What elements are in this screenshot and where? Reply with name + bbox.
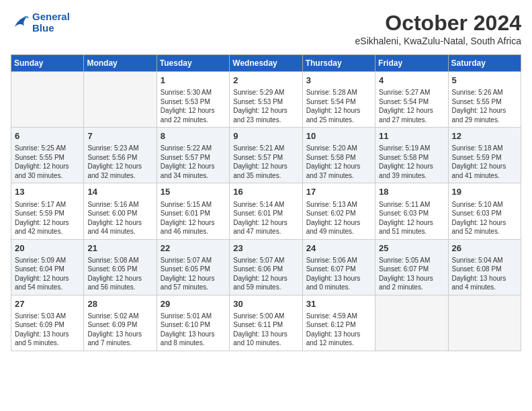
calendar-day: 22Sunrise: 5:07 AMSunset: 6:05 PMDayligh… bbox=[157, 239, 229, 295]
calendar-day: 2Sunrise: 5:29 AMSunset: 5:53 PMDaylight… bbox=[230, 72, 302, 128]
day-info: Sunrise: 5:29 AMSunset: 5:53 PMDaylight:… bbox=[233, 88, 298, 124]
day-info: Sunrise: 5:07 AMSunset: 6:05 PMDaylight:… bbox=[161, 256, 226, 292]
calendar-day: 16Sunrise: 5:14 AMSunset: 6:01 PMDayligh… bbox=[230, 183, 302, 239]
day-info: Sunrise: 5:14 AMSunset: 6:01 PMDaylight:… bbox=[233, 200, 298, 236]
day-info: Sunrise: 5:19 AMSunset: 5:58 PMDaylight:… bbox=[379, 144, 444, 180]
calendar-day: 4Sunrise: 5:27 AMSunset: 5:54 PMDaylight… bbox=[375, 72, 448, 128]
calendar-day bbox=[84, 72, 157, 128]
page-title: October 2024 bbox=[355, 11, 521, 36]
day-info: Sunrise: 5:06 AMSunset: 6:07 PMDaylight:… bbox=[306, 256, 371, 292]
day-number: 11 bbox=[379, 130, 444, 142]
day-number: 26 bbox=[452, 242, 517, 255]
calendar-day: 3Sunrise: 5:28 AMSunset: 5:54 PMDaylight… bbox=[302, 72, 375, 128]
day-number: 10 bbox=[306, 130, 371, 142]
day-info: Sunrise: 5:05 AMSunset: 6:07 PMDaylight:… bbox=[379, 256, 444, 292]
weekday-header-saturday: Saturday bbox=[448, 55, 521, 72]
weekday-header-wednesday: Wednesday bbox=[230, 55, 302, 72]
day-number: 12 bbox=[452, 130, 517, 142]
day-info: Sunrise: 5:09 AMSunset: 6:04 PMDaylight:… bbox=[15, 256, 80, 292]
day-info: Sunrise: 5:04 AMSunset: 6:08 PMDaylight:… bbox=[452, 256, 517, 292]
calendar-day: 9Sunrise: 5:21 AMSunset: 5:57 PMDaylight… bbox=[230, 128, 302, 183]
calendar-week-3: 13Sunrise: 5:17 AMSunset: 5:59 PMDayligh… bbox=[11, 183, 521, 239]
day-info: Sunrise: 5:28 AMSunset: 5:54 PMDaylight:… bbox=[306, 88, 371, 124]
day-number: 3 bbox=[306, 75, 371, 87]
calendar-day: 29Sunrise: 5:01 AMSunset: 6:10 PMDayligh… bbox=[157, 295, 229, 351]
day-number: 7 bbox=[87, 130, 152, 142]
day-info: Sunrise: 5:15 AMSunset: 6:01 PMDaylight:… bbox=[161, 200, 226, 236]
day-info: Sunrise: 5:10 AMSunset: 6:03 PMDaylight:… bbox=[452, 200, 517, 236]
logo-icon bbox=[11, 13, 30, 32]
calendar-day bbox=[375, 295, 448, 351]
day-number: 22 bbox=[161, 242, 226, 255]
calendar-day: 5Sunrise: 5:26 AMSunset: 5:55 PMDaylight… bbox=[448, 72, 521, 128]
page-header: General Blue October 2024 eSikhaleni, Kw… bbox=[11, 11, 521, 46]
day-number: 21 bbox=[87, 242, 152, 255]
calendar-day: 7Sunrise: 5:23 AMSunset: 5:56 PMDaylight… bbox=[84, 128, 157, 183]
day-number: 17 bbox=[306, 186, 371, 198]
calendar-day: 13Sunrise: 5:17 AMSunset: 5:59 PMDayligh… bbox=[11, 183, 84, 239]
calendar-week-2: 6Sunrise: 5:25 AMSunset: 5:55 PMDaylight… bbox=[11, 128, 521, 183]
weekday-header-friday: Friday bbox=[375, 55, 448, 72]
day-number: 24 bbox=[306, 242, 371, 255]
day-info: Sunrise: 5:07 AMSunset: 6:06 PMDaylight:… bbox=[233, 256, 298, 292]
day-info: Sunrise: 5:13 AMSunset: 6:02 PMDaylight:… bbox=[306, 200, 371, 236]
day-number: 14 bbox=[87, 186, 152, 198]
calendar-week-5: 27Sunrise: 5:03 AMSunset: 6:09 PMDayligh… bbox=[11, 295, 521, 351]
day-number: 23 bbox=[233, 242, 298, 255]
calendar-day: 11Sunrise: 5:19 AMSunset: 5:58 PMDayligh… bbox=[375, 128, 448, 183]
day-info: Sunrise: 5:26 AMSunset: 5:55 PMDaylight:… bbox=[452, 88, 517, 124]
day-number: 1 bbox=[161, 75, 226, 87]
calendar-day: 23Sunrise: 5:07 AMSunset: 6:06 PMDayligh… bbox=[230, 239, 302, 295]
day-number: 29 bbox=[161, 298, 226, 310]
page-subtitle: eSikhaleni, KwaZulu-Natal, South Africa bbox=[355, 36, 521, 46]
day-info: Sunrise: 5:17 AMSunset: 5:59 PMDaylight:… bbox=[15, 200, 80, 236]
day-info: Sunrise: 4:59 AMSunset: 6:12 PMDaylight:… bbox=[306, 312, 371, 348]
logo: General Blue bbox=[11, 11, 70, 34]
day-number: 30 bbox=[233, 298, 298, 310]
calendar-day: 8Sunrise: 5:22 AMSunset: 5:57 PMDaylight… bbox=[157, 128, 229, 183]
calendar-week-1: 1Sunrise: 5:30 AMSunset: 5:53 PMDaylight… bbox=[11, 72, 521, 128]
calendar-day: 20Sunrise: 5:09 AMSunset: 6:04 PMDayligh… bbox=[11, 239, 84, 295]
day-number: 16 bbox=[233, 186, 298, 198]
calendar-day: 18Sunrise: 5:11 AMSunset: 6:03 PMDayligh… bbox=[375, 183, 448, 239]
day-info: Sunrise: 5:25 AMSunset: 5:55 PMDaylight:… bbox=[15, 144, 80, 180]
day-number: 5 bbox=[452, 75, 517, 87]
calendar-day: 30Sunrise: 5:00 AMSunset: 6:11 PMDayligh… bbox=[230, 295, 302, 351]
calendar-day: 1Sunrise: 5:30 AMSunset: 5:53 PMDaylight… bbox=[157, 72, 229, 128]
calendar-day: 27Sunrise: 5:03 AMSunset: 6:09 PMDayligh… bbox=[11, 295, 84, 351]
calendar-day: 10Sunrise: 5:20 AMSunset: 5:58 PMDayligh… bbox=[302, 128, 375, 183]
calendar-table: SundayMondayTuesdayWednesdayThursdayFrid… bbox=[11, 54, 521, 351]
day-number: 8 bbox=[161, 130, 226, 142]
day-info: Sunrise: 5:27 AMSunset: 5:54 PMDaylight:… bbox=[379, 88, 444, 124]
calendar-day bbox=[448, 295, 521, 351]
day-number: 9 bbox=[233, 130, 298, 142]
day-info: Sunrise: 5:22 AMSunset: 5:57 PMDaylight:… bbox=[161, 144, 226, 180]
weekday-header-monday: Monday bbox=[84, 55, 157, 72]
calendar-day: 26Sunrise: 5:04 AMSunset: 6:08 PMDayligh… bbox=[448, 239, 521, 295]
day-info: Sunrise: 5:11 AMSunset: 6:03 PMDaylight:… bbox=[379, 200, 444, 236]
calendar-day: 6Sunrise: 5:25 AMSunset: 5:55 PMDaylight… bbox=[11, 128, 84, 183]
day-info: Sunrise: 5:30 AMSunset: 5:53 PMDaylight:… bbox=[161, 88, 226, 124]
day-info: Sunrise: 5:21 AMSunset: 5:57 PMDaylight:… bbox=[233, 144, 298, 180]
calendar-day: 17Sunrise: 5:13 AMSunset: 6:02 PMDayligh… bbox=[302, 183, 375, 239]
day-info: Sunrise: 5:18 AMSunset: 5:59 PMDaylight:… bbox=[452, 144, 517, 180]
day-number: 31 bbox=[306, 298, 371, 310]
day-number: 18 bbox=[379, 186, 444, 198]
calendar-day: 14Sunrise: 5:16 AMSunset: 6:00 PMDayligh… bbox=[84, 183, 157, 239]
day-number: 2 bbox=[233, 75, 298, 87]
day-number: 20 bbox=[15, 242, 80, 255]
day-number: 13 bbox=[15, 186, 80, 198]
calendar-day: 12Sunrise: 5:18 AMSunset: 5:59 PMDayligh… bbox=[448, 128, 521, 183]
calendar-week-4: 20Sunrise: 5:09 AMSunset: 6:04 PMDayligh… bbox=[11, 239, 521, 295]
calendar-day: 15Sunrise: 5:15 AMSunset: 6:01 PMDayligh… bbox=[157, 183, 229, 239]
day-number: 15 bbox=[161, 186, 226, 198]
calendar-day: 28Sunrise: 5:02 AMSunset: 6:09 PMDayligh… bbox=[84, 295, 157, 351]
day-info: Sunrise: 5:23 AMSunset: 5:56 PMDaylight:… bbox=[87, 144, 152, 180]
weekday-header-sunday: Sunday bbox=[11, 55, 84, 72]
calendar-day bbox=[11, 72, 84, 128]
day-number: 25 bbox=[379, 242, 444, 255]
day-info: Sunrise: 5:16 AMSunset: 6:00 PMDaylight:… bbox=[87, 200, 152, 236]
weekday-header-thursday: Thursday bbox=[302, 55, 375, 72]
day-number: 28 bbox=[87, 298, 152, 310]
title-block: October 2024 eSikhaleni, KwaZulu-Natal, … bbox=[355, 11, 521, 46]
